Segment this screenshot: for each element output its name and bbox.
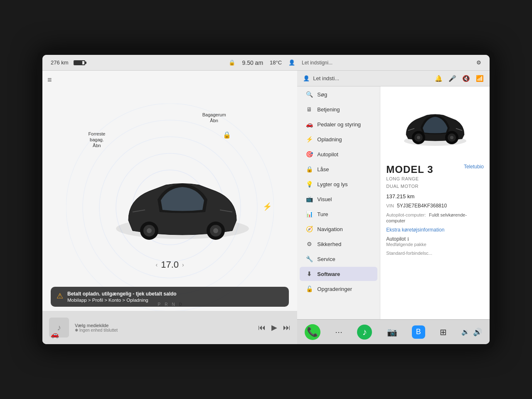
svg-point-9 [147, 228, 152, 233]
microphone-icon[interactable]: 🎤 [448, 75, 456, 82]
vin-value: 5YJ3E7EB4KF368810 [397, 203, 447, 209]
opgraderinger-icon: 🔓 [305, 286, 313, 292]
car-model-sub1: LONG RANGE [386, 175, 433, 183]
media-play-button[interactable]: ▶ [271, 323, 277, 332]
car-tab-icon[interactable]: 🚗 [51, 330, 59, 338]
profile-name-right[interactable]: Let indsti... [313, 75, 339, 81]
odo-prev-arrow[interactable]: ‹ [156, 261, 158, 268]
search-nav-icon: 🔍 [305, 91, 313, 98]
nav-item-sikkerhed[interactable]: ⚙ Sikkerhed [300, 237, 377, 251]
car-model-name: MODEL 3 [386, 164, 433, 175]
person-icon: 👤 [288, 59, 295, 66]
media-info: Vælg mediekilde ✱ Ingen enhed tilsluttet [75, 323, 252, 332]
phone-button[interactable]: 📞 [305, 324, 320, 340]
alert-warning-icon: ⚠ [57, 291, 63, 300]
settings-icon[interactable]: ⚙ [476, 59, 481, 66]
media-subtitle: ✱ Ingen enhed tilsluttet [75, 328, 252, 332]
volume-down-icon[interactable]: 🔉 [461, 328, 470, 336]
bluetooth-button[interactable]: B [412, 325, 425, 339]
label-forreste-bagageplads[interactable]: Forreste bagag. Åbn [88, 131, 105, 149]
media-prev-button[interactable]: ⏮ [258, 323, 266, 332]
right-panel-header: 👤 Let indsti... 🔔 🎤 🔇 📶 [297, 71, 490, 86]
signal-icon[interactable]: 📶 [476, 75, 484, 82]
betjening-icon: 🖥 [305, 106, 313, 113]
battery-indicator [74, 60, 85, 65]
odometer-display: ‹ 17.0 › [156, 259, 184, 270]
media-controls[interactable]: ⏮ ▶ ⏭ [258, 323, 291, 332]
car-model-sub2: DUAL MOTOR [386, 183, 433, 190]
opladning-icon: ⚡ [305, 136, 313, 143]
nav-item-opgraderinger[interactable]: 🔓 Opgraderinger [300, 282, 377, 296]
profile-name-header[interactable]: Let indstigni... [302, 60, 332, 66]
gear-indicator: PRND [158, 302, 182, 307]
pedaler-icon: 🚗 [305, 121, 313, 128]
sikkerhed-icon: ⚙ [305, 241, 313, 247]
nav-item-service[interactable]: 🔧 Service [300, 252, 377, 266]
extra-info-link[interactable]: Ekstra køretøjsinformation [386, 227, 484, 233]
notification-icon[interactable]: 🔔 [435, 75, 443, 82]
mute-icon[interactable]: 🔇 [462, 75, 470, 82]
media-title: Vælg mediekilde [75, 323, 252, 328]
car-detail-image [386, 93, 484, 160]
nav-item-visuel[interactable]: 📺 Visuel [300, 192, 377, 206]
standard-row: Standard-forbindelsc... [386, 250, 484, 256]
label-bagagerum[interactable]: Bagagerum Åbn [202, 112, 226, 124]
svg-point-19 [450, 136, 453, 139]
odo-next-arrow[interactable]: › [182, 261, 184, 268]
autopilot-computer-row: Autopilot-computer: Fuldt selvkørende-co… [386, 212, 484, 224]
vin-row: VIN 5YJ3E7EB4KF368810 [386, 203, 484, 209]
nav-item-navigation[interactable]: 🧭 Navigation [300, 222, 377, 236]
volume-control[interactable]: 🔉 🔊 [461, 328, 482, 337]
service-icon: 🔧 [305, 256, 313, 262]
teletubio-link[interactable]: Teletubio [464, 164, 484, 170]
menu-toggle-icon[interactable]: ≡ [47, 76, 52, 84]
autopilot-icon: 🎯 [305, 151, 313, 158]
nav-item-opladning[interactable]: ⚡ Opladning [300, 132, 377, 146]
autopilot-row: Autopilot ℹ Medfølgende pakke [386, 236, 484, 247]
software-icon: ⬇ [305, 271, 313, 277]
nav-item-lygter[interactable]: 💡 Lygter og lys [300, 177, 377, 191]
profile-icon-right: 👤 [303, 75, 310, 81]
range-display: 276 km [51, 59, 69, 66]
nav-item-autopilot[interactable]: 🎯 Autopilot [300, 147, 377, 161]
ture-icon: 📊 [305, 211, 313, 217]
grid-button[interactable]: ⊞ [440, 327, 447, 337]
info-icon: ℹ [407, 236, 409, 242]
dots-button[interactable]: ⋯ [335, 328, 342, 337]
bottom-taskbar: 📞 ⋯ ♪ 📷 B ⊞ 🔉 🔊 [297, 319, 490, 344]
svg-point-12 [213, 228, 218, 233]
charging-bolt-icon: ⚡ [263, 202, 272, 211]
trunk-lock-icon: 🔒 [223, 131, 231, 139]
time-display: 9.50 am [242, 59, 263, 66]
car-image [103, 166, 261, 258]
svg-point-16 [417, 136, 420, 139]
nav-item-ture[interactable]: 📊 Ture [300, 207, 377, 221]
spotify-button[interactable]: ♪ [357, 325, 372, 340]
mileage-row: 137.215 km [386, 193, 484, 200]
nav-item-search[interactable]: 🔍 Søg [300, 87, 377, 101]
laase-icon: 🔒 [305, 166, 313, 172]
nav-item-software[interactable]: ⬇ Software [300, 267, 377, 281]
lock-icon: 🔒 [229, 59, 235, 66]
navigation-icon: 🧭 [305, 226, 313, 232]
nav-item-pedaler[interactable]: 🚗 Pedaler og styring [300, 117, 377, 131]
media-next-button[interactable]: ⏭ [283, 323, 291, 332]
visuel-icon: 📺 [305, 196, 313, 202]
nav-item-betjening[interactable]: 🖥 Betjening [300, 102, 377, 116]
car-details-panel: MODEL 3 LONG RANGE DUAL MOTOR Teletubio … [380, 86, 490, 319]
lygter-icon: 💡 [305, 181, 313, 187]
nav-item-laase[interactable]: 🔒 Låse [300, 162, 377, 176]
temperature-display: 18°C [270, 59, 282, 66]
alert-text-content: Betalt opladn. utilgængelig - tjek ubeta… [67, 291, 177, 303]
camera-button[interactable]: 📷 [387, 327, 397, 337]
volume-up-icon[interactable]: 🔊 [473, 328, 482, 337]
media-player-bar: ♪ Vælg mediekilde ✱ Ingen enhed tilslutt… [42, 311, 297, 344]
nav-menu: 🔍 Søg 🖥 Betjening 🚗 Pedaler og styring [297, 86, 380, 319]
